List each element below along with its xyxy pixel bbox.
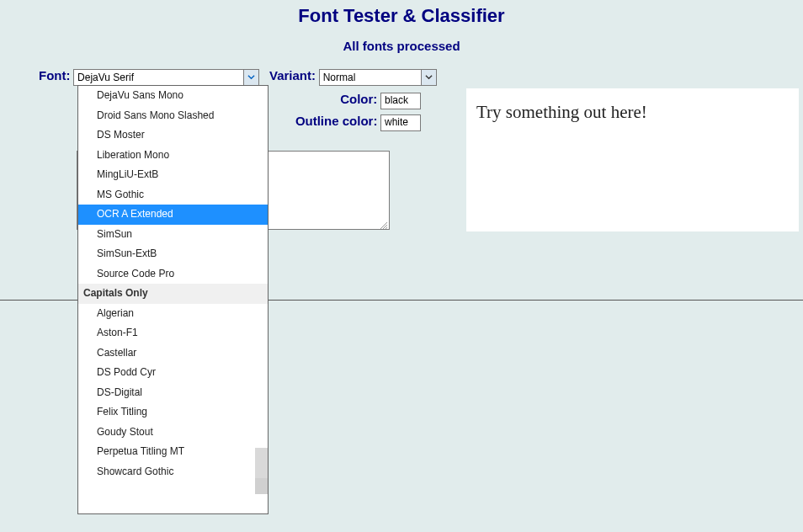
font-option[interactable]: Felix Titling <box>78 402 268 423</box>
font-label: Font: <box>39 68 70 82</box>
font-option[interactable]: Goudy Stout <box>78 423 268 443</box>
font-option[interactable]: DS-Digital <box>78 383 268 403</box>
font-select-value: DejaVu Serif <box>77 72 134 83</box>
page-title: Font Tester & Classifier <box>0 5 803 27</box>
preview-panel: Try something out here! <box>466 88 799 231</box>
scrollbar[interactable] <box>255 448 268 494</box>
font-option[interactable]: Liberation Mono <box>78 146 268 166</box>
font-option[interactable]: SimSun <box>78 225 268 245</box>
font-option[interactable]: Showcard Gothic <box>78 462 268 482</box>
font-option-group: Capitals Only <box>78 284 268 304</box>
font-option[interactable]: SimSun-ExtB <box>78 244 268 264</box>
font-option[interactable]: DejaVu Sans Mono <box>78 86 268 106</box>
color-label: Color: <box>340 92 377 106</box>
font-option[interactable]: Algerian <box>78 304 268 324</box>
svg-line-2 <box>386 227 387 229</box>
variant-select-value: Normal <box>323 72 356 83</box>
color-input[interactable]: black <box>380 93 421 109</box>
font-option[interactable]: Aston-F1 <box>78 323 268 343</box>
status-line: All fonts processed <box>0 39 803 53</box>
font-option[interactable]: Droid Sans Mono Slashed <box>78 106 268 126</box>
chevron-down-icon[interactable] <box>243 70 258 85</box>
color-row: Color: black <box>295 92 421 109</box>
font-option[interactable]: Perpetua Titling MT <box>78 442 268 462</box>
font-select[interactable]: DejaVu Serif <box>73 69 259 86</box>
variant-select[interactable]: Normal <box>319 69 437 86</box>
outline-color-label: Outline color: <box>295 114 378 128</box>
font-option[interactable]: MingLiU-ExtB <box>78 165 268 185</box>
variant-label: Variant: <box>269 68 316 82</box>
controls-area: Font: DejaVu Serif Variant: Normal Color… <box>0 68 803 321</box>
font-option[interactable]: OCR A Extended <box>78 205 268 225</box>
variant-row: Variant: Normal <box>269 68 437 86</box>
chevron-down-icon[interactable] <box>421 70 436 85</box>
font-dropdown-list[interactable]: DejaVu Sans MonoDroid Sans Mono SlashedD… <box>77 85 269 514</box>
outline-color-input[interactable]: white <box>380 114 421 131</box>
font-option[interactable]: DS Podd Cyr <box>78 363 268 383</box>
font-option[interactable]: Castellar <box>78 343 268 364</box>
font-option[interactable]: MS Gothic <box>78 185 268 205</box>
preview-text: Try something out here! <box>466 88 799 136</box>
font-option[interactable]: Source Code Pro <box>78 264 268 285</box>
font-row: Font: DejaVu Serif <box>39 68 259 86</box>
font-option[interactable]: DS Moster <box>78 125 268 146</box>
resize-grip-icon[interactable] <box>379 219 387 227</box>
outline-color-row: Outline color: white <box>269 114 421 131</box>
